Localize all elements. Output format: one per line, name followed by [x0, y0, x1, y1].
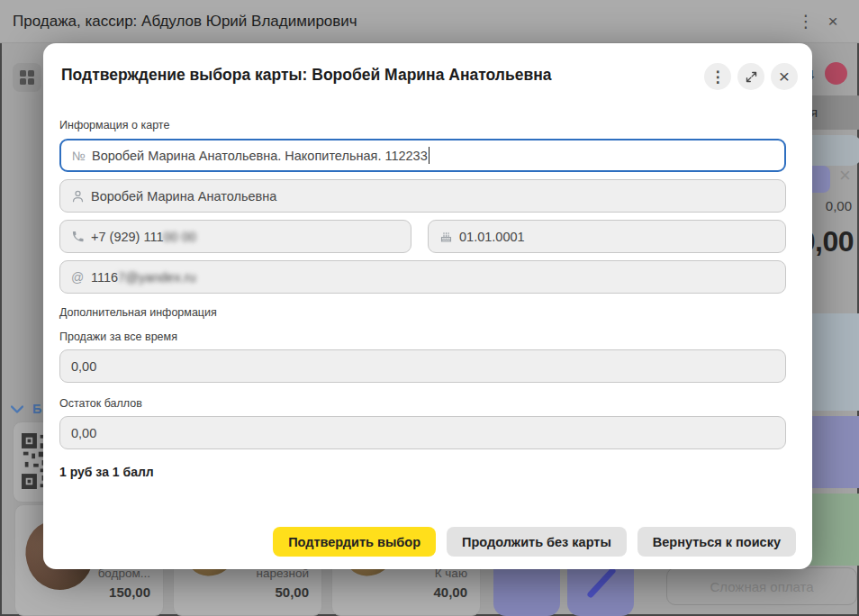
card-number-icon: № — [72, 149, 92, 163]
modal-body: Информация о карте № Воробей Марина Анат… — [43, 119, 812, 479]
product-price: 50,00 — [275, 584, 309, 600]
text-caret — [429, 147, 430, 164]
category-label: Б — [32, 402, 41, 416]
chevron-down-icon — [11, 405, 23, 413]
person-icon — [71, 189, 91, 204]
cart-line-amount: 0,00 — [826, 198, 852, 213]
points-value-field: 0,00 — [59, 416, 786, 449]
window-menu-icon[interactable]: ⋮ — [792, 11, 819, 32]
window-title: Продажа, кассир: Абдулов Юрий Владимиров… — [13, 13, 792, 31]
modal-close-icon[interactable]: × — [771, 63, 798, 90]
points-rate-note: 1 руб за 1 балл — [59, 465, 786, 479]
modal-buttons: Подтвердить выбор Продолжить без карты В… — [273, 527, 796, 557]
confirm-selection-button[interactable]: Подтвердить выбор — [273, 527, 436, 557]
app-screen: Продажа, кассир: Абдулов Юрий Владимиров… — [0, 0, 859, 616]
modal-header: Подтверждение выбора карты: Воробей Мари… — [43, 43, 812, 90]
email-value-blurred: 7@yandex.ru — [118, 270, 195, 285]
points-label: Остаток баллов — [59, 397, 786, 410]
product-price: 40,00 — [433, 584, 467, 600]
phone-value: +7 (929) 111 — [91, 230, 163, 244]
apps-grid-button[interactable] — [13, 63, 41, 92]
window-titlebar: Продажа, кассир: Абдулов Юрий Владимиров… — [0, 0, 859, 43]
phone-icon — [71, 230, 91, 243]
notification-badge — [825, 62, 847, 85]
birthdate-value: 01.01.0001 — [459, 230, 525, 244]
continue-without-card-button[interactable]: Продолжить без карты — [447, 527, 627, 557]
additional-info-section-label: Дополнительная информация — [59, 306, 786, 319]
sales-label: Продажи за все время — [59, 331, 786, 343]
sales-value-field: 0,00 — [59, 349, 786, 383]
card-confirmation-modal: Подтверждение выбора карты: Воробей Мари… — [43, 43, 812, 569]
card-input[interactable]: № Воробей Марина Анатольевна. Накопитель… — [59, 139, 786, 172]
card-input-value: Воробей Марина Анатольевна. Накопительна… — [92, 149, 428, 163]
remove-item-icon[interactable]: × — [839, 164, 851, 187]
birthday-icon — [439, 230, 459, 244]
category-toggle[interactable]: Б — [11, 402, 41, 416]
email-field: @ 11167@yandex.ru — [59, 260, 786, 294]
complex-payment-button[interactable]: Сложная оплата — [666, 567, 857, 605]
modal-title: Подтверждение выбора карты: Воробей Мари… — [61, 63, 704, 85]
product-price: 150,00 — [109, 584, 150, 600]
grid-icon — [20, 70, 34, 85]
sales-value: 0,00 — [71, 359, 96, 374]
card-info-section-label: Информация о карте — [59, 119, 786, 131]
client-name-field: Воробей Марина Анатольевна — [59, 179, 786, 213]
phone-field: +7 (929) 11100 00 — [59, 220, 411, 253]
window-close-icon[interactable]: × — [819, 12, 846, 32]
back-to-search-button[interactable]: Вернуться к поиску — [637, 527, 796, 557]
client-name-value: Воробей Марина Анатольевна — [91, 189, 276, 204]
points-value: 0,00 — [71, 426, 96, 440]
complex-payment-label: Сложная оплата — [710, 579, 813, 594]
birthdate-field: 01.01.0001 — [428, 220, 786, 253]
phone-value-blurred: 00 00 — [163, 230, 195, 244]
email-value: 1116 — [91, 270, 118, 285]
modal-menu-icon[interactable]: ⋮ — [704, 63, 731, 90]
expand-icon[interactable] — [737, 63, 764, 90]
email-icon: @ — [71, 270, 91, 285]
